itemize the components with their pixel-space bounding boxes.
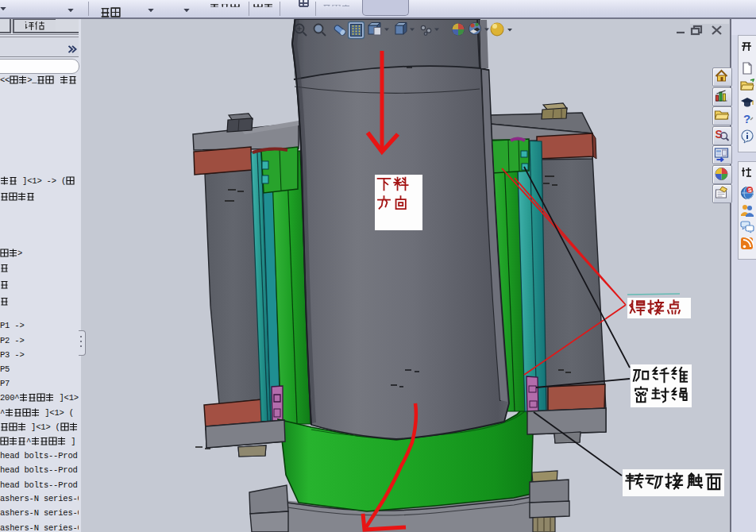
svg-text:S: S	[748, 187, 752, 193]
svg-text:?: ?	[743, 113, 750, 125]
